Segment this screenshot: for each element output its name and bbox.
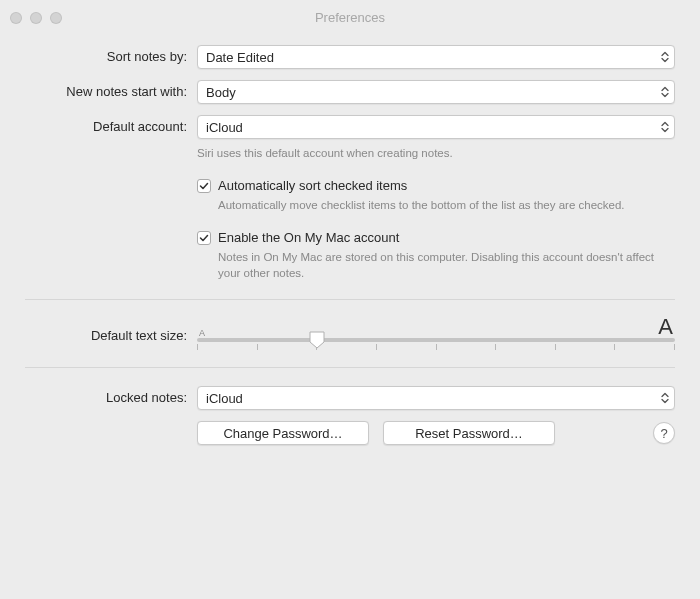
slider-mark-large: A xyxy=(658,316,673,338)
default-account-label: Default account: xyxy=(25,115,197,134)
enable-onmymac-checkbox[interactable] xyxy=(197,231,211,245)
titlebar: Preferences xyxy=(0,0,700,35)
slider-tick xyxy=(555,344,556,350)
select-stepper-icon xyxy=(661,52,669,63)
reset-password-button[interactable]: Reset Password… xyxy=(383,421,555,445)
default-account-select[interactable]: iCloud xyxy=(197,115,675,139)
default-account-helper: Siri uses this default account when crea… xyxy=(197,145,675,161)
select-stepper-icon xyxy=(661,87,669,98)
slider-tick xyxy=(197,344,198,350)
slider-mark-small: A xyxy=(199,329,205,338)
select-stepper-icon xyxy=(661,393,669,404)
slider-tick xyxy=(257,344,258,350)
new-notes-select[interactable]: Body xyxy=(197,80,675,104)
sort-notes-select[interactable]: Date Edited xyxy=(197,45,675,69)
divider xyxy=(25,299,675,300)
traffic-lights xyxy=(10,12,62,24)
slider-tick xyxy=(495,344,496,350)
enable-onmymac-label: Enable the On My Mac account xyxy=(218,230,399,245)
locked-notes-label: Locked notes: xyxy=(25,386,197,405)
new-notes-label: New notes start with: xyxy=(25,80,197,99)
window-title: Preferences xyxy=(10,10,690,25)
slider-tick xyxy=(376,344,377,350)
locked-notes-select[interactable]: iCloud xyxy=(197,386,675,410)
help-icon: ? xyxy=(660,426,667,441)
select-stepper-icon xyxy=(661,122,669,133)
change-password-button[interactable]: Change Password… xyxy=(197,421,369,445)
new-notes-value: Body xyxy=(206,85,236,100)
text-size-slider[interactable]: A A xyxy=(197,316,675,342)
slider-thumb[interactable] xyxy=(309,331,325,349)
sort-notes-label: Sort notes by: xyxy=(25,45,197,64)
slider-track[interactable] xyxy=(197,338,675,342)
sort-notes-value: Date Edited xyxy=(206,50,274,65)
auto-sort-desc: Automatically move checklist items to th… xyxy=(218,197,675,213)
slider-tick xyxy=(614,344,615,350)
close-button[interactable] xyxy=(10,12,22,24)
zoom-button[interactable] xyxy=(50,12,62,24)
auto-sort-checkbox[interactable] xyxy=(197,179,211,193)
slider-tick xyxy=(674,344,675,350)
text-size-label: Default text size: xyxy=(25,314,197,343)
enable-onmymac-desc: Notes in On My Mac are stored on this co… xyxy=(218,249,675,281)
help-button[interactable]: ? xyxy=(653,422,675,444)
default-account-value: iCloud xyxy=(206,120,243,135)
slider-tick xyxy=(436,344,437,350)
divider xyxy=(25,367,675,368)
minimize-button[interactable] xyxy=(30,12,42,24)
auto-sort-label: Automatically sort checked items xyxy=(218,178,407,193)
locked-notes-value: iCloud xyxy=(206,391,243,406)
